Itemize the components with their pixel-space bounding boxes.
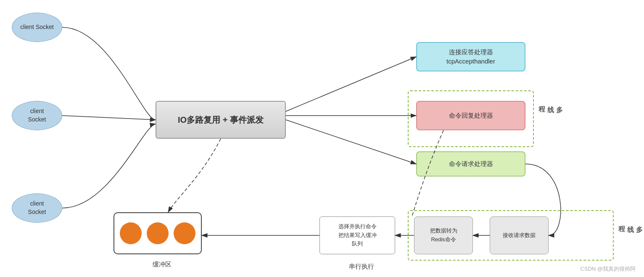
buffer-circle-3 [174,222,195,244]
serial-exec-box: 选择并执行命令 把结果写入缓冲 队列 [319,216,395,254]
client-socket-3: clientSocket [12,193,62,223]
client-socket-2: clientSocket [12,101,62,130]
redis-cmd-box: 把数据转为 Redis命令 [414,216,473,254]
cmd-req-handler-box: 命令请求处理器 [416,151,525,177]
buffer-circle-2 [147,222,169,244]
buffer-circle-1 [120,222,142,244]
cmd-reply-handler-box: 命令回复处理器 [416,101,525,130]
client-socket-1: client Socket [12,13,62,42]
watermark: CSDN @我真的很帅阿 [580,265,636,273]
multithread-label-bottom: 多线程 [617,221,644,222]
diagram-container: client Socket clientSocket clientSocket … [0,0,644,277]
serial-exec-label: 串行执行 [336,263,387,271]
buffer-area-label: 缓冲区 [130,261,193,269]
multithread-label-top: 多线程 [537,101,564,103]
tcp-accept-handler-box: 连接应答处理器 tcpAccepthandler [416,42,525,71]
io-multiplex-box: IO多路复用 + 事件派发 [156,101,286,139]
buffer-box [113,212,202,254]
receive-data-box: 接收请求数据 [490,216,549,254]
